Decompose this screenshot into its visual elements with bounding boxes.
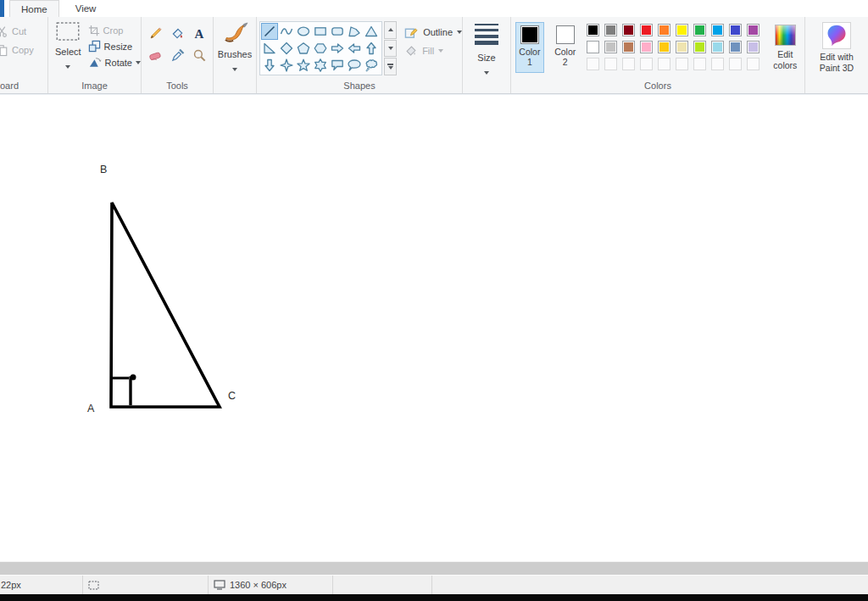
fill-bucket-gray-icon [404,44,418,58]
shapes-more-button[interactable] [384,58,397,75]
shape-rectangle[interactable] [312,23,329,40]
hexagon-icon [314,42,327,55]
palette-swatch-r2c10[interactable] [747,41,760,53]
shape-arrow-down[interactable] [261,57,278,74]
brushes-button[interactable]: Brushes [214,17,256,75]
cut-button[interactable]: Cut [0,25,47,38]
color2-label-line2: 2 [552,57,579,67]
polygon-icon [348,25,361,38]
shape-arrow-up[interactable] [363,40,380,57]
fill-tool-button[interactable] [168,24,187,43]
shape-star-6[interactable] [312,57,329,74]
statusbar-image-size: 1360 × 606px [209,576,333,594]
shape-rounded-rectangle[interactable] [329,23,346,40]
group-colors: Color 1 Color 2 Edit colors Colors [511,17,805,93]
shape-line[interactable] [261,23,278,40]
palette-swatch-r1c5[interactable] [658,24,670,36]
shape-arrow-right[interactable] [329,40,346,57]
palette-swatch-r2c5[interactable] [658,41,670,53]
palette-swatch-r1c1[interactable] [587,24,599,36]
color-picker-tool-button[interactable] [168,46,187,65]
paint3d-label-line2: Paint 3D [805,63,868,74]
palette-swatch-r1c6[interactable] [676,24,688,36]
palette-empty-slot-4[interactable] [640,58,653,70]
fill-button[interactable]: Fill [404,43,462,58]
size-button[interactable]: Size [463,17,510,78]
palette-swatch-r2c9[interactable] [729,41,742,53]
text-icon: A [192,27,206,41]
palette-swatch-r2c2[interactable] [604,41,617,53]
palette-swatch-r2c8[interactable] [711,41,724,53]
shapes-scroll-up-button[interactable] [384,21,397,39]
outline-button[interactable]: Outline [404,25,462,40]
rotate-dropdown-caret [136,61,141,64]
edit-with-paint3d-button[interactable]: Edit with Paint 3D [805,17,868,74]
line-size-icon [474,22,499,46]
palette-swatch-r2c7[interactable] [693,41,706,53]
shapes-scroll-down-button[interactable] [384,40,397,58]
color-picker-icon [170,48,185,63]
palette-swatch-r1c2[interactable] [604,24,617,36]
palette-swatch-r1c7[interactable] [693,24,706,36]
select-region-icon [56,22,80,41]
shape-curve[interactable] [278,23,295,40]
palette-swatch-r2c4[interactable] [640,41,653,53]
palette-swatch-r1c4[interactable] [640,24,653,36]
text-tool-button[interactable]: A [190,24,209,43]
file-menu-edge[interactable] [0,0,4,17]
outline-label: Outline [423,27,453,37]
palette-swatch-r2c1[interactable] [587,41,599,53]
pencil-tool-button[interactable] [146,24,165,43]
tools-group-label: Tools [142,81,213,91]
palette-empty-slot-6[interactable] [676,58,688,70]
shape-polygon[interactable] [346,23,363,40]
group-brushes: Brushes [214,17,257,93]
rotate-button[interactable]: Rotate [88,56,141,69]
select-button[interactable]: Select [53,22,84,72]
palette-swatch-r2c6[interactable] [676,41,688,53]
palette-swatch-r1c8[interactable] [711,24,724,36]
palette-empty-slot-10[interactable] [747,58,760,70]
palette-empty-slot-3[interactable] [622,58,635,70]
shape-callout-oval[interactable] [346,57,363,74]
shape-pentagon[interactable] [295,40,312,57]
shape-star-5[interactable] [295,57,312,74]
callout-oval-icon [348,58,361,72]
palette-empty-slot-8[interactable] [711,58,724,70]
eraser-tool-button[interactable] [146,46,165,65]
tab-view[interactable]: View [64,0,108,17]
shape-right-triangle[interactable] [261,40,278,57]
shape-ellipse[interactable] [295,23,312,40]
outline-dropdown-caret [457,31,462,34]
shape-star-4[interactable] [278,57,295,74]
palette-empty-slot-1[interactable] [587,58,599,70]
palette-empty-slot-7[interactable] [693,58,706,70]
palette-swatch-r1c9[interactable] [729,24,742,36]
shape-arrow-left[interactable] [346,40,363,57]
resize-button[interactable]: Resize [88,40,141,53]
palette-swatch-r1c3[interactable] [622,24,635,36]
selection-status-icon [88,581,99,590]
shape-triangle[interactable] [363,23,380,40]
tab-home[interactable]: Home [9,0,59,17]
group-shapes: Outline Fill Shapes [257,17,463,93]
magnifier-tool-button[interactable] [190,46,209,65]
select-dropdown-caret [65,65,70,69]
statusbar-selection-size [83,576,209,594]
copy-button[interactable]: Copy [0,43,47,57]
palette-empty-slot-5[interactable] [658,58,670,70]
color2-button[interactable]: Color 2 [551,22,580,73]
palette-empty-slot-9[interactable] [729,58,742,70]
color1-button[interactable]: Color 1 [515,22,544,73]
crop-button[interactable]: Crop [88,24,141,36]
edit-colors-button[interactable]: Edit colors [766,22,804,73]
drawing-canvas[interactable]: BAC [0,94,868,561]
palette-empty-slot-2[interactable] [604,58,617,70]
shape-callout-cloud[interactable] [363,57,380,74]
shape-hexagon[interactable] [312,40,329,57]
palette-swatch-r2c3[interactable] [622,41,635,53]
palette-swatch-r1c10[interactable] [747,24,760,36]
shape-callout-rectangle[interactable] [329,57,346,74]
shape-diamond[interactable] [278,40,295,57]
horizontal-scrollbar[interactable] [0,561,868,575]
